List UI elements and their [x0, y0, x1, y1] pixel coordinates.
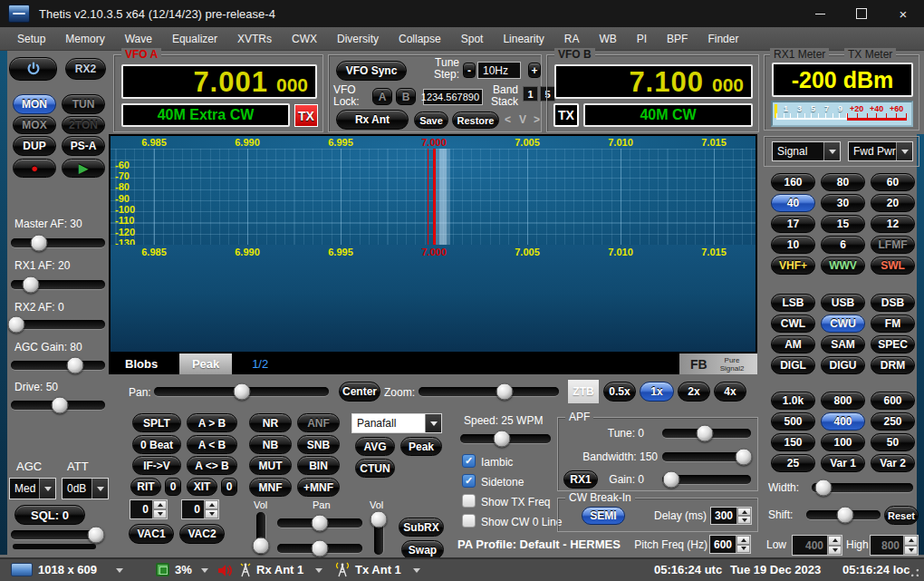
- spin-down-icon[interactable]: [153, 509, 167, 518]
- dropdown-arrow-icon[interactable]: [201, 568, 208, 573]
- apf-bandwidth-slider[interactable]: [662, 452, 751, 461]
- band-80-button[interactable]: 80: [821, 173, 865, 191]
- band-160-button[interactable]: 160: [771, 173, 815, 191]
- sidetone-checkbox[interactable]: ✓: [462, 474, 476, 488]
- nr-button[interactable]: NR: [249, 413, 292, 432]
- vfo-lock-a-button[interactable]: A: [372, 88, 392, 105]
- band-6-button[interactable]: 6: [821, 236, 865, 254]
- spin-down-icon[interactable]: [737, 516, 751, 524]
- filter-400-button[interactable]: 400: [821, 412, 865, 431]
- agc-gain-slider[interactable]: [11, 361, 105, 370]
- mnf-button[interactable]: MNF: [249, 478, 292, 497]
- filter-500-button[interactable]: 500: [771, 412, 815, 431]
- dropdown-arrow-icon[interactable]: [91, 479, 108, 499]
- menu-xvtrs[interactable]: XVTRs: [227, 27, 282, 51]
- dropdown-arrow-icon[interactable]: [413, 568, 420, 573]
- peak-display-button[interactable]: Peak: [400, 437, 442, 456]
- band-vhf-button[interactable]: VHF+: [771, 257, 815, 275]
- rit-button[interactable]: RIT: [130, 478, 161, 496]
- menu-setup[interactable]: Setup: [7, 27, 55, 51]
- resize-grip[interactable]: [909, 566, 921, 579]
- tx-ant-label[interactable]: Tx Ant 1: [355, 563, 401, 576]
- two-tone-button[interactable]: 2TON: [62, 116, 105, 134]
- peak-button[interactable]: Peak: [179, 353, 232, 374]
- filter-600-button[interactable]: 600: [871, 392, 915, 410]
- filter-250-button[interactable]: 250: [871, 412, 915, 431]
- zoom-2x-button[interactable]: 2x: [678, 382, 710, 402]
- subrx-button[interactable]: SubRX: [399, 518, 444, 537]
- shift-reset-button[interactable]: Reset: [884, 506, 919, 525]
- mode-cwu-button[interactable]: CWU: [821, 315, 865, 333]
- pan-slider[interactable]: [154, 387, 329, 396]
- filter-low-spinner[interactable]: 400: [792, 535, 842, 556]
- psa-button[interactable]: PS-A: [62, 136, 105, 156]
- mode-digl-button[interactable]: DIGL: [771, 356, 815, 374]
- slider-thumb[interactable]: [371, 511, 388, 528]
- apf-rx1-button[interactable]: RX1: [563, 470, 598, 489]
- menu-ra[interactable]: RA: [554, 27, 590, 51]
- slider-thumb[interactable]: [31, 235, 48, 252]
- a-to-b-button[interactable]: A > B: [187, 413, 237, 432]
- mox-button[interactable]: MOX: [13, 116, 56, 134]
- vfo-b-tx-button[interactable]: TX: [553, 103, 579, 127]
- rx-meter-mode-select[interactable]: Signal: [772, 141, 841, 161]
- save-button[interactable]: Save: [414, 111, 448, 129]
- mode-fm-button[interactable]: FM: [871, 315, 915, 333]
- slider-thumb[interactable]: [736, 449, 753, 466]
- bin-button[interactable]: BIN: [297, 456, 340, 475]
- subrx-pan-slider[interactable]: [277, 544, 362, 553]
- slider-thumb[interactable]: [8, 316, 25, 334]
- width-slider[interactable]: [812, 483, 913, 492]
- master-af-slider[interactable]: [11, 238, 105, 247]
- mute-button[interactable]: MUT: [249, 456, 292, 475]
- spin-up-icon[interactable]: [736, 536, 750, 545]
- filter-150-button[interactable]: 150: [771, 433, 815, 451]
- plus-mnf-button[interactable]: +MNF: [297, 478, 340, 497]
- frequency-entry-field[interactable]: 1234.567890: [423, 89, 483, 105]
- mode-spec-button[interactable]: SPEC: [871, 335, 915, 353]
- band-lfmf-button[interactable]: LFMF: [871, 236, 915, 254]
- pure-signal-label[interactable]: PureSignal2: [720, 356, 745, 373]
- spin-down-icon[interactable]: [904, 546, 918, 556]
- dup-button[interactable]: DUP: [13, 136, 56, 156]
- filter-var1-button[interactable]: Var 1: [821, 454, 865, 472]
- menu-collapse[interactable]: Collapse: [389, 27, 451, 51]
- mode-drm-button[interactable]: DRM: [871, 356, 915, 374]
- mode-dsb-button[interactable]: DSB: [871, 294, 915, 312]
- show-tx-freq-checkbox[interactable]: [462, 494, 476, 508]
- semi-breakin-button[interactable]: SEMI: [582, 507, 625, 525]
- tx-meter-mode-select[interactable]: Fwd Pwr: [848, 141, 913, 161]
- band-12-button[interactable]: 12: [871, 215, 915, 233]
- avg-button[interactable]: AVG: [355, 437, 395, 456]
- vfo-sync-button[interactable]: VFO Sync: [336, 61, 407, 81]
- menu-wb[interactable]: WB: [589, 27, 626, 51]
- center-button[interactable]: Center: [339, 382, 380, 402]
- dropdown-arrow-icon[interactable]: [425, 414, 441, 432]
- band-60-button[interactable]: 60: [871, 173, 915, 191]
- spin-down-icon[interactable]: [736, 545, 750, 554]
- tun-button[interactable]: TUN: [62, 94, 105, 114]
- mode-lsb-button[interactable]: LSB: [771, 294, 815, 312]
- slider-thumb[interactable]: [66, 357, 83, 374]
- slider-thumb[interactable]: [496, 383, 513, 401]
- menu-pi[interactable]: PI: [627, 27, 657, 51]
- waterfall-display[interactable]: 6.985 6.990 6.995 7.000 7.005 7.010 7.01…: [111, 245, 756, 352]
- dropdown-arrow-icon[interactable]: [116, 568, 123, 573]
- spin-up-icon[interactable]: [153, 500, 167, 509]
- swap-button[interactable]: Swap: [401, 540, 444, 559]
- slider-thumb[interactable]: [697, 425, 714, 442]
- display-mode-select[interactable]: Panafall: [351, 413, 442, 433]
- vac1-button[interactable]: VAC1: [129, 524, 174, 544]
- slider-thumb[interactable]: [312, 540, 329, 557]
- band-swl-button[interactable]: SWL: [871, 257, 915, 275]
- vfo-b-frequency[interactable]: 7.100 000: [554, 64, 753, 99]
- slider-thumb[interactable]: [494, 431, 511, 448]
- menu-wave[interactable]: Wave: [115, 27, 162, 51]
- nb-button[interactable]: NB: [249, 435, 292, 454]
- close-button[interactable]: ×: [882, 0, 924, 27]
- record-button[interactable]: ●: [13, 159, 56, 178]
- minimize-button[interactable]: [799, 0, 841, 27]
- apf-gain-slider[interactable]: [662, 475, 751, 484]
- band-v-button[interactable]: V: [519, 113, 526, 126]
- band-17-button[interactable]: 17: [771, 215, 815, 233]
